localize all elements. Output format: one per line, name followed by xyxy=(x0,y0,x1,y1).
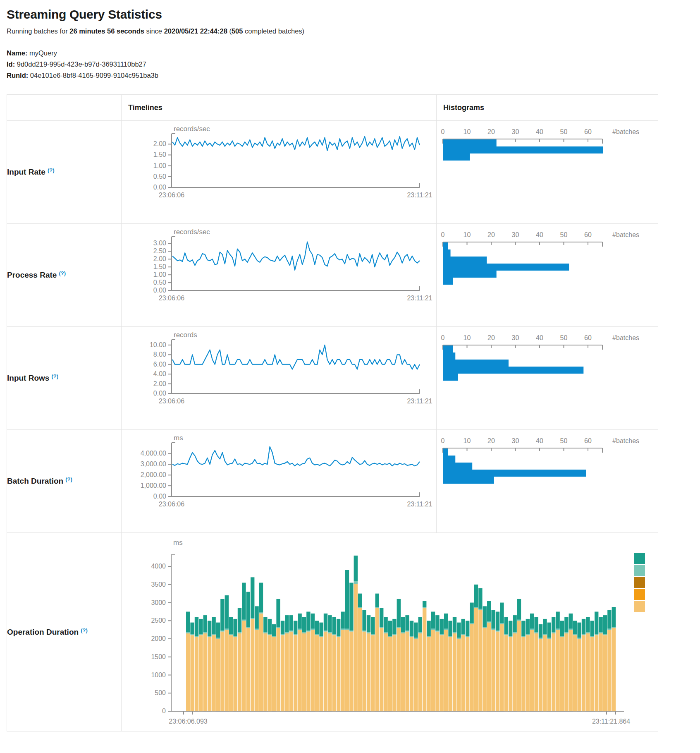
svg-text:30: 30 xyxy=(512,128,519,135)
svg-text:8.00: 8.00 xyxy=(153,351,166,358)
svg-text:50: 50 xyxy=(560,437,568,444)
svg-text:23:11:21: 23:11:21 xyxy=(407,295,432,302)
legend-swatch-1 xyxy=(634,565,645,576)
row-label-operation-duration: Operation Duration xyxy=(7,628,79,636)
svg-text:2.00: 2.00 xyxy=(153,380,166,387)
svg-text:0: 0 xyxy=(441,334,445,341)
svg-text:#batches: #batches xyxy=(612,437,639,444)
batch-duration-histogram-chart: 0102030405060#batches xyxy=(437,430,657,532)
svg-text:50: 50 xyxy=(560,128,568,135)
help-icon-process-rate[interactable]: (?) xyxy=(59,270,66,276)
svg-text:records: records xyxy=(174,331,197,339)
histogram-cell-input-rows: 0102030405060#batches xyxy=(437,327,658,430)
svg-text:2,000.00: 2,000.00 xyxy=(141,471,166,478)
table-header-row: Timelines Histograms xyxy=(7,95,658,121)
histogram-cell-process-rate: 0102030405060#batches xyxy=(437,224,658,327)
svg-text:4.00: 4.00 xyxy=(153,370,166,377)
input-rows-timeline-chart: records10.008.006.004.002.000.0023:06:06… xyxy=(122,327,436,429)
svg-text:ms: ms xyxy=(174,434,183,442)
legend-swatch-3 xyxy=(634,589,645,600)
query-runid-label: RunId: xyxy=(7,72,28,79)
svg-text:#batches: #batches xyxy=(612,128,639,135)
help-icon-input-rows[interactable]: (?) xyxy=(51,373,58,379)
help-icon-input-rate[interactable]: (?) xyxy=(48,167,55,173)
svg-text:4,000.00: 4,000.00 xyxy=(141,450,166,457)
timeline-cell-input-rows: records10.008.006.004.002.000.0023:06:06… xyxy=(122,327,437,430)
summary-prefix: Running batches for xyxy=(7,27,69,35)
input-rows-histogram-chart: 0102030405060#batches xyxy=(437,327,657,429)
row-label-batch-duration: Batch Duration xyxy=(7,477,63,486)
operation-duration-stacked-bar-chart: ms4000350030002500200015001000500023:06:… xyxy=(122,533,657,731)
svg-text:2000: 2000 xyxy=(151,635,166,642)
row-label-input-rate: Input Rate xyxy=(7,168,45,177)
svg-text:#batches: #batches xyxy=(612,334,639,341)
timelines-header: Timelines xyxy=(122,95,437,121)
process-rate-timeline-chart: records/sec3.002.502.001.501.000.500.002… xyxy=(122,224,436,326)
query-name-line: Name: myQuery xyxy=(7,48,700,59)
query-meta: Name: myQuery Id: 9d0dd219-995d-423e-b97… xyxy=(7,48,700,81)
summary-duration: 26 minutes 56 seconds xyxy=(69,27,144,35)
svg-text:20: 20 xyxy=(487,437,495,444)
svg-text:30: 30 xyxy=(512,231,519,238)
svg-text:23:06:06.093: 23:06:06.093 xyxy=(169,718,208,725)
svg-text:0: 0 xyxy=(441,231,445,238)
query-id-value: 9d0dd219-995d-423e-b97d-36931110bb27 xyxy=(15,60,146,68)
row-label-process-rate: Process Rate xyxy=(7,271,57,280)
stats-row-operation-duration: Operation Duration(?)ms40003500300025002… xyxy=(7,533,658,731)
histogram-cell-input-rate: 0102030405060#batches xyxy=(437,121,658,224)
svg-text:40: 40 xyxy=(536,334,543,341)
help-icon-batch-duration[interactable]: (?) xyxy=(65,476,72,482)
svg-text:10: 10 xyxy=(463,334,471,341)
svg-text:20: 20 xyxy=(487,231,495,238)
svg-text:1,000.00: 1,000.00 xyxy=(141,482,166,489)
svg-text:60: 60 xyxy=(584,231,592,238)
svg-text:0: 0 xyxy=(441,128,445,135)
legend-swatch-4 xyxy=(634,601,645,612)
svg-text:0.50: 0.50 xyxy=(153,173,166,180)
histograms-header: Histograms xyxy=(437,95,658,121)
svg-text:0.50: 0.50 xyxy=(153,279,166,286)
statistics-table: Timelines Histograms Input Rate(?)record… xyxy=(7,94,658,731)
svg-text:10.00: 10.00 xyxy=(150,341,166,348)
svg-text:0.00: 0.00 xyxy=(153,287,166,294)
timeline-cell-input-rate: records/sec2.001.501.000.500.0023:06:062… xyxy=(122,121,437,224)
operation-duration-legend xyxy=(634,553,645,612)
svg-text:0.00: 0.00 xyxy=(153,184,166,191)
svg-text:500: 500 xyxy=(155,689,166,696)
svg-text:50: 50 xyxy=(560,334,568,341)
svg-text:20: 20 xyxy=(487,128,495,135)
timeline-cell-process-rate: records/sec3.002.502.001.501.000.500.002… xyxy=(122,224,437,327)
svg-text:1.00: 1.00 xyxy=(153,162,166,169)
query-runid-value: 04e101e6-8bf8-4165-9099-9104c951ba3b xyxy=(28,72,158,79)
svg-text:60: 60 xyxy=(584,334,592,341)
input-rate-histogram-chart: 0102030405060#batches xyxy=(437,121,657,223)
batch-duration-timeline-chart: ms4,000.003,000.002,000.001,000.000.0023… xyxy=(122,430,436,532)
svg-text:1.00: 1.00 xyxy=(153,271,166,278)
svg-text:23:06:06: 23:06:06 xyxy=(159,501,184,508)
svg-text:60: 60 xyxy=(584,128,592,135)
summary-batch-count: 505 xyxy=(232,27,243,35)
summary-paren-close: completed batches) xyxy=(243,27,304,35)
svg-text:60: 60 xyxy=(584,437,592,444)
svg-text:3500: 3500 xyxy=(151,580,166,588)
svg-text:0: 0 xyxy=(162,707,166,715)
empty-header-cell xyxy=(7,95,122,121)
stats-row-input-rows: Input Rows(?)records10.008.006.004.002.0… xyxy=(7,327,658,430)
svg-text:3.00: 3.00 xyxy=(153,240,166,247)
svg-text:4000: 4000 xyxy=(151,563,166,570)
row-label-input-rows: Input Rows xyxy=(7,374,49,383)
help-icon-operation-duration[interactable]: (?) xyxy=(81,627,88,633)
svg-text:23:06:06: 23:06:06 xyxy=(159,295,184,302)
svg-text:records/sec: records/sec xyxy=(174,125,210,133)
svg-text:1000: 1000 xyxy=(151,671,166,678)
row-label-cell-batch-duration: Batch Duration(?) xyxy=(7,430,122,533)
svg-text:10: 10 xyxy=(463,231,471,238)
svg-text:10: 10 xyxy=(463,437,471,444)
svg-text:0.00: 0.00 xyxy=(153,390,166,397)
svg-text:23:11:21: 23:11:21 xyxy=(407,501,432,508)
svg-text:1.50: 1.50 xyxy=(153,151,166,158)
svg-text:6.00: 6.00 xyxy=(153,361,166,368)
process-rate-histogram-chart: 0102030405060#batches xyxy=(437,224,657,326)
svg-text:2.00: 2.00 xyxy=(153,255,166,262)
svg-text:2500: 2500 xyxy=(151,617,166,624)
